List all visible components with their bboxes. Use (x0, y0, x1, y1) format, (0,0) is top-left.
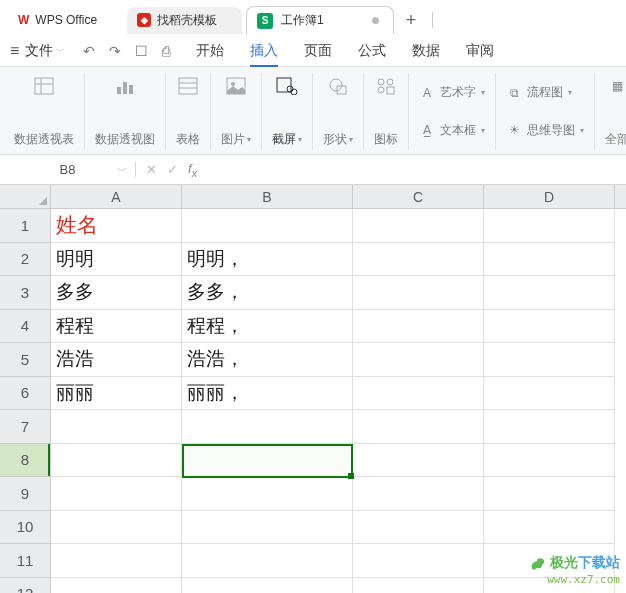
app-tab-docer[interactable]: ◆ 找稻壳模板 (127, 7, 242, 34)
cell[interactable]: 明明 (51, 243, 182, 277)
cell[interactable]: 程程 (51, 310, 182, 344)
cell[interactable] (182, 544, 353, 578)
row-header[interactable]: 5 (0, 343, 50, 377)
cell[interactable]: 丽丽 (51, 377, 182, 411)
save-button[interactable]: ☐ (135, 43, 148, 59)
cell[interactable] (484, 209, 615, 243)
col-header[interactable]: A (51, 185, 182, 208)
cell[interactable]: 多多， (182, 276, 353, 310)
row-header[interactable]: 12 (0, 578, 50, 594)
shape-button[interactable]: 形状▾ (313, 73, 364, 150)
file-menu[interactable]: 文件 ﹀ (25, 42, 65, 60)
row-headers[interactable]: 123456789101112 (0, 209, 51, 593)
cell[interactable] (353, 544, 484, 578)
cell[interactable] (51, 444, 182, 478)
cell[interactable] (484, 477, 615, 511)
tab-formula[interactable]: 公式 (358, 42, 386, 60)
cell[interactable] (353, 343, 484, 377)
row-header[interactable]: 10 (0, 511, 50, 545)
tab-data[interactable]: 数据 (412, 42, 440, 60)
cell[interactable] (484, 578, 615, 594)
col-header[interactable]: C (353, 185, 484, 208)
spreadsheet-grid[interactable]: A B C D 123456789101112 姓名明明明明，多多多多，程程程程… (0, 185, 626, 593)
cell[interactable] (182, 410, 353, 444)
column-headers[interactable]: A B C D (51, 185, 626, 209)
cell[interactable]: 程程， (182, 310, 353, 344)
cell[interactable] (182, 511, 353, 545)
cell[interactable] (484, 310, 615, 344)
name-box[interactable]: B8 ﹀ (0, 162, 136, 177)
cell[interactable] (484, 377, 615, 411)
hamburger-icon[interactable]: ≡ (10, 42, 19, 60)
cell[interactable] (353, 209, 484, 243)
workbook-tab[interactable]: S 工作簿1 (246, 6, 394, 34)
cell[interactable]: 丽丽， (182, 377, 353, 411)
row-header[interactable]: 6 (0, 377, 50, 411)
tab-page[interactable]: 页面 (304, 42, 332, 60)
cell[interactable] (182, 209, 353, 243)
cell[interactable]: 姓名 (51, 209, 182, 243)
icon-button[interactable]: 图标 (364, 73, 409, 150)
cell[interactable] (484, 444, 615, 478)
redo-button[interactable]: ↷ (109, 43, 121, 59)
cell[interactable] (51, 511, 182, 545)
row-header[interactable]: 1 (0, 209, 50, 243)
picture-button[interactable]: 图片▾ (211, 73, 262, 150)
cell[interactable]: 明明， (182, 243, 353, 277)
textbox-button[interactable]: A̲文本框▾ (419, 114, 485, 148)
tab-start[interactable]: 开始 (196, 42, 224, 60)
cell[interactable] (51, 410, 182, 444)
cell[interactable] (353, 310, 484, 344)
row-header[interactable]: 2 (0, 243, 50, 277)
cell[interactable] (484, 511, 615, 545)
row-header[interactable]: 7 (0, 410, 50, 444)
cell[interactable] (182, 477, 353, 511)
tab-review[interactable]: 审阅 (466, 42, 494, 60)
cell[interactable] (353, 410, 484, 444)
app-tab-wps[interactable]: W WPS Office (8, 8, 123, 32)
cancel-icon[interactable]: ✕ (146, 162, 157, 177)
formula-input[interactable] (207, 162, 626, 177)
cell[interactable]: 多多 (51, 276, 182, 310)
cell[interactable] (353, 276, 484, 310)
cell[interactable] (182, 444, 353, 478)
select-all-corner[interactable] (0, 185, 51, 209)
col-header[interactable]: B (182, 185, 353, 208)
table-button[interactable]: 表格 (166, 73, 211, 150)
cell[interactable] (51, 544, 182, 578)
cell[interactable] (353, 444, 484, 478)
cell[interactable] (353, 578, 484, 594)
row-header[interactable]: 11 (0, 544, 50, 578)
cell[interactable] (353, 377, 484, 411)
all-button[interactable]: ▦ 全部 (595, 73, 626, 150)
row-header[interactable]: 3 (0, 276, 50, 310)
undo-button[interactable]: ↶ (83, 43, 95, 59)
fx-icon[interactable]: fx (188, 161, 197, 179)
cell[interactable] (484, 410, 615, 444)
mindmap-button[interactable]: ☀思维导图▾ (506, 114, 584, 148)
cell[interactable] (484, 343, 615, 377)
cell[interactable] (182, 578, 353, 594)
cell[interactable] (484, 243, 615, 277)
cell[interactable] (51, 578, 182, 594)
cell[interactable]: 浩浩 (51, 343, 182, 377)
confirm-icon[interactable]: ✓ (167, 162, 178, 177)
cell[interactable]: 浩浩， (182, 343, 353, 377)
cell[interactable] (353, 243, 484, 277)
cell[interactable] (484, 544, 615, 578)
row-header[interactable]: 4 (0, 310, 50, 344)
print-button[interactable]: ⎙ (162, 43, 170, 59)
new-tab-button[interactable]: + (398, 10, 425, 31)
cell[interactable] (51, 477, 182, 511)
row-header[interactable]: 9 (0, 477, 50, 511)
cell[interactable] (353, 511, 484, 545)
flowchart-button[interactable]: ⧉流程图▾ (506, 76, 584, 110)
screenshot-button[interactable]: 截屏▾ (262, 73, 313, 150)
cells-area[interactable]: 姓名明明明明，多多多多，程程程程，浩浩浩浩，丽丽丽丽， (51, 209, 615, 593)
row-header[interactable]: 8 (0, 444, 50, 478)
pivot-chart-button[interactable]: 数据透视图 (85, 73, 166, 150)
cell[interactable] (484, 276, 615, 310)
tab-insert[interactable]: 插入 (250, 42, 278, 60)
cell[interactable] (353, 477, 484, 511)
col-header[interactable]: D (484, 185, 615, 208)
